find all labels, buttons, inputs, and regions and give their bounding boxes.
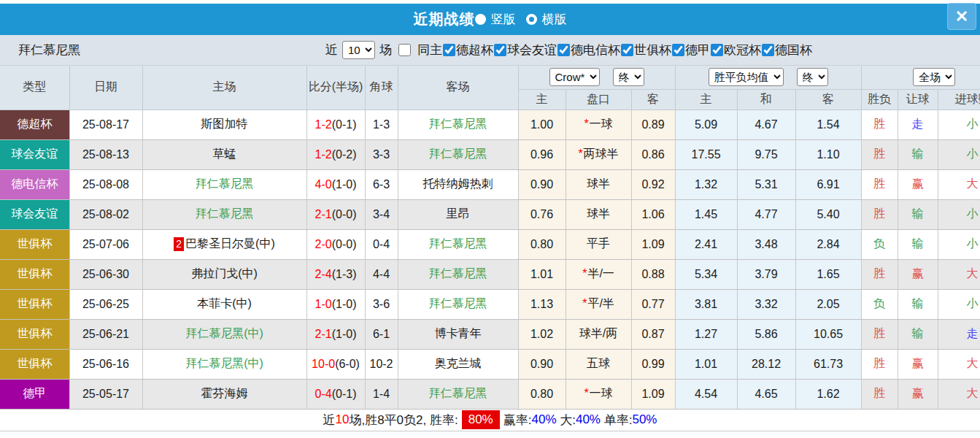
games-label: 场 bbox=[379, 42, 392, 58]
mean-state-select[interactable]: 终 bbox=[797, 68, 828, 86]
away-team-cell: 托特纳姆热刺 bbox=[398, 169, 518, 199]
mean-draw-cell: 3.48 bbox=[737, 229, 795, 259]
mean-home-cell: 1.32 bbox=[675, 169, 737, 199]
mean-away-cell: 1.62 bbox=[795, 379, 861, 409]
titlebar: 近期战绩 竖版 横版 ✕ bbox=[0, 4, 980, 35]
result-goals-cell: 大 bbox=[938, 259, 980, 289]
odds-state-select[interactable]: 终 bbox=[613, 68, 644, 86]
match-row: 世俱杯25-06-25本菲卡(中)1-0(1-0)3-6拜仁慕尼黑1.13*平/… bbox=[0, 289, 980, 319]
league-label: 德电信杯 bbox=[571, 42, 620, 58]
league-checkbox[interactable] bbox=[762, 44, 774, 56]
summary-segment: 单率: bbox=[601, 412, 632, 429]
match-date-cell: 25-08-13 bbox=[69, 139, 142, 169]
summary-segment: 80% bbox=[462, 410, 500, 429]
handicap-cell: 球半 bbox=[566, 169, 631, 199]
summary-segment: 10 bbox=[336, 412, 350, 427]
result-goals-cell: 走 bbox=[938, 319, 980, 349]
period-select[interactable]: 全场 bbox=[913, 68, 955, 86]
mean-away-cell: 1.54 bbox=[795, 110, 861, 139]
mean-select[interactable]: 胜平负均值 bbox=[709, 68, 784, 86]
league-checkbox[interactable] bbox=[711, 44, 723, 56]
same-home-checkbox[interactable] bbox=[398, 44, 411, 56]
result-wdl-cell: 负 bbox=[861, 229, 898, 259]
match-date-cell: 25-08-08 bbox=[69, 169, 142, 199]
result-handicap-cell: 赢 bbox=[898, 379, 938, 409]
league-filter-1[interactable]: 球会友谊 bbox=[493, 42, 557, 58]
mean-draw-cell: 5.86 bbox=[737, 319, 795, 349]
mean-draw-cell: 9.75 bbox=[737, 139, 795, 169]
league-filter-2[interactable]: 德电信杯 bbox=[557, 42, 620, 58]
handicap-cell: 五球 bbox=[566, 349, 631, 379]
horizontal-label: 横版 bbox=[542, 11, 567, 28]
handicap-star: * bbox=[582, 267, 587, 280]
match-date-cell: 25-06-21 bbox=[69, 319, 142, 349]
score-cell: 1-0(1-0) bbox=[306, 289, 365, 319]
home-team-cell: 霍芬海姆 bbox=[142, 379, 306, 409]
result-wdl-cell: 胜 bbox=[861, 349, 898, 379]
odds-away-cell: 1.06 bbox=[631, 199, 675, 229]
league-filters: 德超杯球会友谊德电信杯世俱杯德甲欧冠杯德国杯 bbox=[442, 42, 812, 58]
league-filter-6[interactable]: 德国杯 bbox=[761, 42, 812, 58]
corner-cell: 0-4 bbox=[365, 229, 398, 259]
subcol-result-goals: 进球数 bbox=[938, 89, 980, 110]
handicap-cell: *平/半 bbox=[566, 289, 631, 319]
mean-draw-cell: 4.65 bbox=[737, 379, 795, 409]
league-filter-5[interactable]: 欧冠杯 bbox=[710, 42, 761, 58]
subcol-mean-draw: 和 bbox=[737, 89, 795, 110]
league-checkbox[interactable] bbox=[621, 44, 633, 56]
league-checkbox[interactable] bbox=[494, 44, 506, 56]
subcol-mean-home: 主 bbox=[675, 89, 737, 110]
result-handicap-cell: 输 bbox=[898, 139, 938, 169]
league-filter-0[interactable]: 德超杯 bbox=[442, 42, 493, 58]
result-handicap-cell: 赢 bbox=[898, 349, 938, 379]
layout-radio-vertical[interactable]: 竖版 bbox=[475, 11, 516, 28]
odds-away-cell: 0.86 bbox=[631, 139, 675, 169]
result-goals-cell: 大 bbox=[938, 379, 980, 409]
odds-home-cell: 0.80 bbox=[518, 229, 566, 259]
match-row: 世俱杯25-06-30弗拉门戈(中)2-4(1-3)4-4拜仁慕尼黑1.01*半… bbox=[0, 259, 980, 289]
match-date-cell: 25-05-17 bbox=[69, 379, 142, 409]
result-handicap-cell: 输 bbox=[898, 229, 938, 259]
match-table-wrap: 类型 日期 主场 比分(半场) 角球 客场 Crow* 终 胜平负均值 终 bbox=[0, 66, 980, 410]
result-wdl-cell: 负 bbox=[861, 289, 898, 319]
mean-draw-cell: 4.77 bbox=[737, 199, 795, 229]
match-type-cell: 世俱杯 bbox=[0, 289, 69, 319]
home-team-cell: 拜仁慕尼黑(中) bbox=[142, 319, 306, 349]
subcol-odds-home: 主 bbox=[518, 89, 566, 110]
home-team-cell: 弗拉门戈(中) bbox=[142, 259, 306, 289]
league-filter-3[interactable]: 世俱杯 bbox=[620, 42, 671, 58]
result-goals-cell: 小 bbox=[938, 199, 980, 229]
result-handicap-cell: 输 bbox=[898, 289, 938, 319]
layout-radio-horizontal[interactable]: 横版 bbox=[516, 11, 567, 28]
result-handicap-cell: 赢 bbox=[898, 169, 938, 199]
corner-cell: 10-2 bbox=[365, 349, 398, 379]
summary-segment: 40% bbox=[531, 412, 556, 427]
header-score: 比分(半场) bbox=[306, 66, 365, 110]
match-type-cell: 球会友谊 bbox=[0, 139, 69, 169]
odds-provider-select[interactable]: Crow* bbox=[549, 68, 600, 86]
handicap-cell: 平手 bbox=[566, 229, 631, 259]
mean-draw-cell: 3.79 bbox=[737, 259, 795, 289]
summary-segment: 40% bbox=[576, 412, 601, 427]
score-cell: 2-1(0-0) bbox=[306, 199, 365, 229]
mean-away-cell: 61.73 bbox=[795, 349, 861, 379]
recent-count-select[interactable]: 10 bbox=[342, 41, 375, 59]
summary-segment: 场,胜8平0负2, 胜率: bbox=[349, 412, 458, 429]
filterbar: 拜仁慕尼黑 近 10 场 同主 德超杯球会友谊德电信杯世俱杯德甲欧冠杯德国杯 bbox=[0, 35, 980, 66]
odds-home-cell: 1.01 bbox=[518, 259, 566, 289]
mean-away-cell: 1.10 bbox=[795, 139, 861, 169]
league-checkbox[interactable] bbox=[557, 44, 570, 56]
result-handicap-cell: 输 bbox=[898, 319, 938, 349]
league-label: 德超杯 bbox=[456, 42, 493, 58]
close-button[interactable]: ✕ bbox=[947, 3, 976, 30]
mean-draw-cell: 28.12 bbox=[737, 349, 795, 379]
result-goals-cell: 小 bbox=[938, 110, 980, 139]
league-checkbox[interactable] bbox=[443, 44, 455, 56]
result-goals-cell: 大 bbox=[938, 349, 980, 379]
league-filter-4[interactable]: 德甲 bbox=[671, 42, 710, 58]
match-row: 世俱杯25-07-062巴黎圣日尔曼(中)2-0(0-0)0-4拜仁慕尼黑0.8… bbox=[0, 229, 980, 259]
result-wdl-cell: 胜 bbox=[861, 379, 898, 409]
league-checkbox[interactable] bbox=[672, 44, 684, 56]
result-handicap-cell: 走 bbox=[898, 110, 938, 139]
odds-home-cell: 1.00 bbox=[518, 110, 566, 139]
